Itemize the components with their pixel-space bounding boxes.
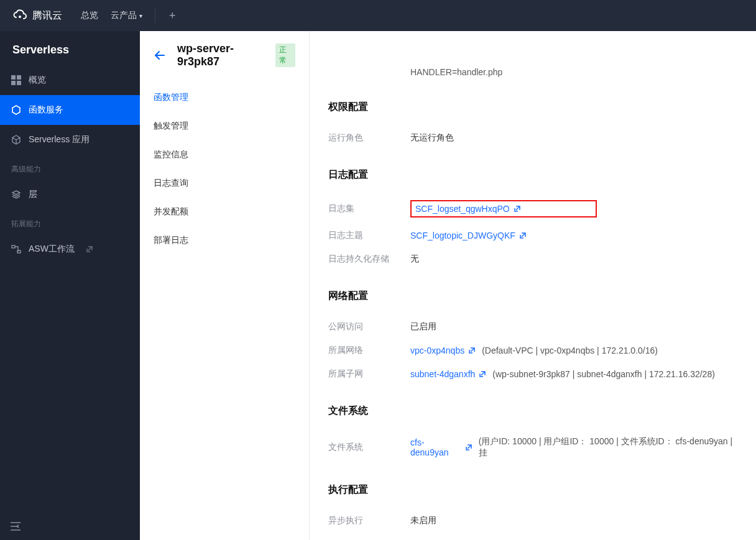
collapse-sidebar-button[interactable] <box>0 513 140 540</box>
external-link-icon <box>86 245 93 253</box>
submenu: wp-server-9r3pk87 正常 函数管理 触发管理 监控信息 日志查询… <box>140 31 310 540</box>
label-public-access: 公网访问 <box>328 321 410 332</box>
label-subnet: 所属子网 <box>328 368 410 380</box>
sidebar-item-label: 概览 <box>29 75 46 86</box>
main-content: HANDLER=handler.php 权限配置 运行角色 无运行角色 日志配置… <box>310 31 756 540</box>
link-subnet[interactable]: subnet-4dganxfh <box>410 369 486 379</box>
link-logset[interactable]: SCF_logset_qgwHxqPO <box>415 204 521 214</box>
svg-point-0 <box>19 16 21 18</box>
row-public-access: 公网访问 已启用 <box>328 315 737 339</box>
brand[interactable]: 腾讯云 <box>12 8 62 23</box>
function-title: wp-server-9r3pk87 <box>177 42 260 68</box>
external-link-icon <box>519 232 527 239</box>
row-logset: 日志集 SCF_logset_qgwHxqPO <box>328 194 737 224</box>
row-log-persist: 日志持久化存储 无 <box>328 247 737 271</box>
sidebar-title: Serverless <box>0 31 140 65</box>
row-run-role: 运行角色 无运行角色 <box>328 126 737 150</box>
link-logtopic[interactable]: SCF_logtopic_DJWGyQKF <box>410 231 527 240</box>
section-title-log: 日志配置 <box>328 168 737 181</box>
submenu-item-trigger[interactable]: 触发管理 <box>140 112 309 140</box>
dashboard-icon <box>11 75 21 85</box>
label-run-role: 运行角色 <box>328 132 410 144</box>
label-logtopic: 日志主题 <box>328 230 410 241</box>
submenu-item-deploylog[interactable]: 部署日志 <box>140 226 309 255</box>
nav-overview[interactable]: 总览 <box>81 10 98 21</box>
label-vpc: 所属网络 <box>328 345 410 356</box>
add-tab-button[interactable]: + <box>169 9 176 22</box>
top-nav: 总览 云产品 ▾ <box>81 10 142 21</box>
submenu-header: wp-server-9r3pk87 正常 <box>140 31 309 80</box>
value-async-exec: 未启用 <box>410 515 436 526</box>
svg-rect-1 <box>11 75 16 80</box>
row-logtopic: 日志主题 SCF_logtopic_DJWGyQKF <box>328 224 737 247</box>
label-log-persist: 日志持久化存储 <box>328 254 410 265</box>
back-button[interactable] <box>154 50 166 61</box>
section-title-permission: 权限配置 <box>328 101 737 114</box>
nav-cloud-products[interactable]: 云产品 ▾ <box>111 10 142 21</box>
section-label-advanced: 高级能力 <box>0 155 140 180</box>
sidebar-item-label: Serverless 应用 <box>29 134 90 145</box>
submenu-item-manage[interactable]: 函数管理 <box>140 83 309 112</box>
label-logset: 日志集 <box>328 203 410 214</box>
row-filesystem: 文件系统 cfs-denu9yan (用户ID: 10000 | 用户组ID： … <box>328 430 737 465</box>
layers-icon <box>11 190 21 199</box>
divider <box>155 8 155 23</box>
submenu-item-monitor[interactable]: 监控信息 <box>140 140 309 169</box>
svg-rect-4 <box>17 81 21 85</box>
value-run-role: 无运行角色 <box>410 132 454 144</box>
label-filesystem: 文件系统 <box>328 442 410 453</box>
row-async-exec: 异步执行 未启用 <box>328 509 737 533</box>
chevron-down-icon: ▾ <box>139 12 142 19</box>
sidebar-item-label: 层 <box>29 189 37 200</box>
sidebar-item-label: ASW工作流 <box>29 244 75 255</box>
row-subnet: 所属子网 subnet-4dganxfh (wp-subnet-9r3pk87 … <box>328 362 737 386</box>
value-log-persist: 无 <box>410 254 419 265</box>
section-title-exec: 执行配置 <box>328 483 737 497</box>
value-public-access: 已启用 <box>410 321 436 332</box>
sidebar-item-layer[interactable]: 层 <box>0 180 140 209</box>
submenu-item-concurrency[interactable]: 并发配额 <box>140 198 309 226</box>
cube-icon <box>11 135 21 145</box>
label-async-exec: 异步执行 <box>328 515 410 526</box>
row-vpc: 所属网络 vpc-0xp4nqbs (Default-VPC | vpc-0xp… <box>328 339 737 362</box>
vpc-note: (Default-VPC | vpc-0xp4nqbs | 172.21.0.0… <box>482 346 658 355</box>
svg-rect-5 <box>12 245 15 248</box>
subnet-note: (wp-subnet-9r3pk87 | subnet-4dganxfh | 1… <box>492 369 715 379</box>
cloud-logo-icon <box>12 8 27 23</box>
handler-value: HANDLER=handler.php <box>328 67 737 82</box>
cfs-note: (用户ID: 10000 | 用户组ID： 10000 | 文件系统ID： cf… <box>479 436 737 459</box>
sidebar-item-functions[interactable]: 函数服务 <box>0 95 140 125</box>
submenu-item-logquery[interactable]: 日志查询 <box>140 169 309 198</box>
external-link-icon <box>468 347 476 354</box>
svg-rect-2 <box>17 75 21 80</box>
sidebar-item-asw[interactable]: ASW工作流 <box>0 234 140 264</box>
section-label-extend: 拓展能力 <box>0 209 140 234</box>
brand-text: 腾讯云 <box>32 9 62 22</box>
sidebar: Serverless 概览 函数服务 Serverless 应用 高级能力 层 … <box>0 31 140 540</box>
highlight-annotation: SCF_logset_qgwHxqPO <box>410 200 597 217</box>
hexagon-icon <box>11 105 21 115</box>
sidebar-item-label: 函数服务 <box>29 104 63 116</box>
top-header: 腾讯云 总览 云产品 ▾ + <box>0 0 756 31</box>
workflow-icon <box>11 244 21 254</box>
external-link-icon <box>479 370 486 378</box>
svg-rect-3 <box>11 81 16 85</box>
sidebar-item-apps[interactable]: Serverless 应用 <box>0 125 140 155</box>
status-badge: 正常 <box>275 43 295 67</box>
section-title-filesystem: 文件系统 <box>328 405 737 418</box>
section-title-network: 网络配置 <box>328 290 737 303</box>
sidebar-item-overview[interactable]: 概览 <box>0 65 140 95</box>
external-link-icon <box>514 205 521 213</box>
external-link-icon <box>465 444 472 451</box>
link-cfs[interactable]: cfs-denu9yan <box>410 437 472 457</box>
link-vpc[interactable]: vpc-0xp4nqbs <box>410 346 476 355</box>
